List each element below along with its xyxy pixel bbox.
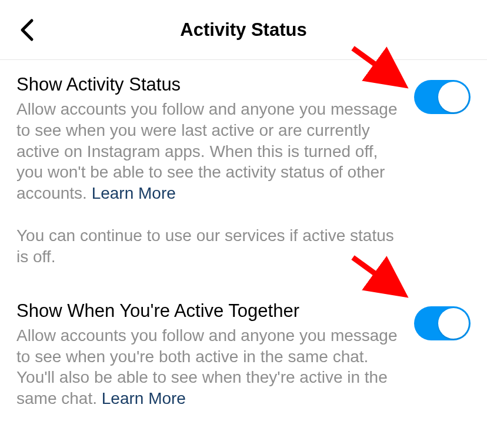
setting-description: Allow accounts you follow and anyone you…: [16, 325, 398, 409]
setting-description-extra: You can continue to use our services if …: [16, 225, 398, 268]
setting-text-block: Show When You're Active Together Allow a…: [16, 300, 398, 409]
chevron-left-icon: [19, 18, 34, 42]
toggle-knob: [438, 82, 469, 112]
setting-title: Show When You're Active Together: [16, 300, 398, 322]
setting-description-text: Allow accounts you follow and anyone you…: [16, 100, 398, 202]
back-button[interactable]: [14, 14, 39, 46]
setting-description: Allow accounts you follow and anyone you…: [16, 99, 398, 204]
setting-text-block: Show Activity Status Allow accounts you …: [16, 74, 398, 268]
setting-active-together: Show When You're Active Together Allow a…: [0, 268, 487, 409]
toggle-container: [414, 300, 471, 340]
setting-activity-status: Show Activity Status Allow accounts you …: [0, 60, 487, 268]
toggle-container: [414, 74, 471, 114]
setting-title: Show Activity Status: [16, 74, 398, 95]
setting-description-text: Allow accounts you follow and anyone you…: [16, 326, 398, 407]
page-title: Activity Status: [180, 19, 306, 41]
activity-status-toggle[interactable]: [414, 80, 471, 114]
settings-content: Show Activity Status Allow accounts you …: [0, 60, 487, 409]
learn-more-link[interactable]: Learn More: [92, 184, 176, 202]
active-together-toggle[interactable]: [414, 306, 471, 340]
learn-more-link[interactable]: Learn More: [102, 389, 186, 407]
header: Activity Status: [0, 0, 487, 60]
toggle-knob: [438, 308, 469, 339]
